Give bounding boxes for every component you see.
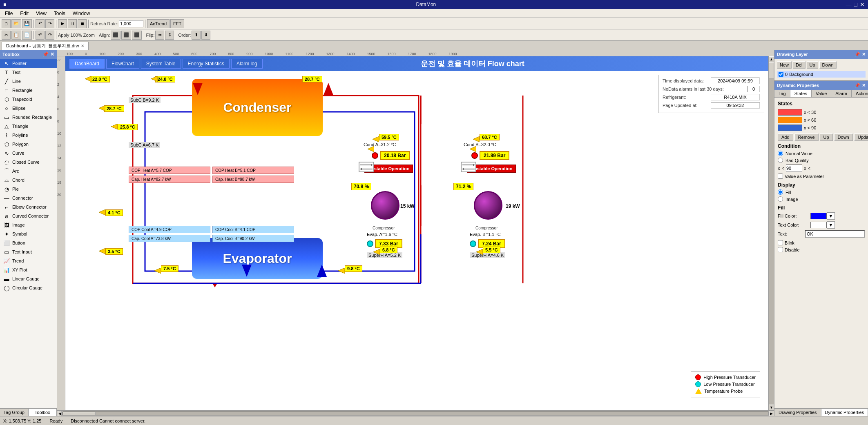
order-front-btn[interactable]: ⬆ [192,31,201,40]
window-controls[interactable]: — □ ✕ [846,1,865,8]
menu-edit[interactable]: Edit [17,10,32,17]
layer-down-btn[interactable]: Down [819,61,837,69]
hscroll-thumb[interactable] [63,412,96,415]
toolbox-item-pie[interactable]: ◔ Pie [0,185,57,194]
condition-value-input[interactable] [786,165,802,172]
close-button[interactable]: ✕ [860,1,865,8]
cut-btn[interactable]: ✂ [2,31,11,40]
dyn-tab-tag[interactable]: Tag [774,90,790,97]
dyn-props-close-btn[interactable]: ✕ [862,83,866,88]
toolbox-item-rectangle[interactable]: □ Rectangle [0,86,57,95]
toolbox-item-curved-connector[interactable]: ⌀ Curved Connector [0,211,57,220]
vscroll-down-btn[interactable]: ▼ [769,405,774,410]
toolbox-pin-btn[interactable]: 📌 [42,51,49,57]
toolbox-item-text-input[interactable]: ▭ Text Input [0,247,57,256]
align-right-btn[interactable]: ⬛ [132,31,142,40]
menu-view[interactable]: View [33,10,50,17]
copy-btn[interactable]: 📋 [11,31,21,40]
toolbox-item-ellipse[interactable]: ○ Ellipse [0,104,57,113]
dyn-tab-value[interactable]: Value [812,90,831,97]
state-add-btn[interactable]: Add [778,134,793,141]
redo2-btn[interactable]: ↷ [45,31,54,40]
toolbox-item-pointer[interactable]: ↖ Pointer [0,59,57,68]
toolbox-item-linear-gauge[interactable]: ▬ Linear Gauge [0,274,57,283]
toolbox-item-closed-curve[interactable]: ◌ Closed Curve [0,158,57,167]
toolbox-item-trapezoid[interactable]: ⬡ Trapezoid [0,95,57,104]
open-btn[interactable]: 📂 [11,19,21,28]
layer-del-btn[interactable]: Del [793,61,806,69]
toolbox-item-button[interactable]: ⬜ Button [0,238,57,247]
flip-h-btn[interactable]: ⇔ [155,31,164,40]
layer-new-btn[interactable]: New [777,61,792,69]
pause-btn[interactable]: ⏸ [68,19,77,28]
state-remove-btn[interactable]: Remove [794,134,819,141]
nav-alarm-log[interactable]: Alarm log [231,59,263,69]
bottom-tab-dynamic-props[interactable]: Dynamic Properties [821,409,868,416]
dyn-tab-states[interactable]: States [790,90,812,97]
disable-checkbox[interactable] [778,247,783,252]
vscroll-up-btn[interactable]: ▲ [769,56,774,62]
align-left-btn[interactable]: ⬛ [111,31,120,40]
state-update-btn[interactable]: Update [854,134,868,141]
hscroll-left-btn[interactable]: ◀ [58,411,62,416]
toolbox-item-xy-plot[interactable]: 📊 XY Plot [0,265,57,274]
dyn-props-pin-btn[interactable]: 📌 [855,83,860,88]
toolbox-item-polyline[interactable]: ⌇ Polyline [0,131,57,140]
undo2-btn[interactable]: ↶ [36,31,45,40]
toolbox-item-symbol[interactable]: ✦ Symbol [0,229,57,238]
blink-checkbox[interactable] [778,240,783,245]
radio-image-input[interactable] [778,196,783,202]
drawing-layer-pin-btn[interactable]: 📌 [855,52,860,57]
minimize-button[interactable]: — [846,1,852,8]
nav-dashboard[interactable]: DashBoard [69,59,105,69]
toolbox-item-circular-gauge[interactable]: ◯ Circular Gauge [0,283,57,292]
radio-bad-quality-input[interactable] [778,158,783,163]
radio-fill-input[interactable] [778,189,783,195]
toolbox-item-chord[interactable]: ⌓ Chord [0,176,57,185]
main-tab[interactable]: Dashboard - 냉동기_플로우자트.drw ✕ [2,42,89,50]
tab-close-btn[interactable]: ✕ [81,44,84,48]
refresh-rate-input[interactable] [119,20,143,27]
toolbox-item-arc[interactable]: ⌒ Arc [0,167,57,176]
fill-color-dropdown-btn[interactable]: ▼ [827,212,835,220]
nav-system-table[interactable]: System Table [141,59,181,69]
dyn-tab-alarm[interactable]: Alarm [831,90,852,97]
actrend-btn[interactable]: AcTrend [147,19,170,28]
maximize-button[interactable]: □ [854,1,857,8]
stop-btn[interactable]: ⏹ [78,19,87,28]
new-btn[interactable]: 🗋 [2,19,11,28]
menu-window[interactable]: Window [69,10,94,17]
toolbox-header-btns[interactable]: 📌 ✕ [42,51,54,57]
toolbox-item-curve[interactable]: ∿ Curve [0,149,57,158]
value-as-param-checkbox[interactable] [778,174,783,179]
toolbox-item-text[interactable]: T Text [0,68,57,77]
toolbox-item-polygon[interactable]: ⬠ Polygon [0,140,57,149]
dyn-props-header-btns[interactable]: 📌 ✕ [855,83,866,88]
save-btn[interactable]: 💾 [22,19,32,28]
toolbox-item-trend[interactable]: 📈 Trend [0,256,57,265]
paste-btn[interactable]: 📄 [22,31,32,40]
toolbox-item-rounded-rect[interactable]: ▭ Rounded Rectangle [0,113,57,122]
drawing-layer-close-btn[interactable]: ✕ [862,52,866,57]
toolbox-item-image[interactable]: 🖼 Image [0,220,57,229]
toolbox-item-line[interactable]: ╱ Line [0,77,57,86]
drawing-layer-header-btns[interactable]: 📌 ✕ [855,52,866,57]
order-back-btn[interactable]: ⬇ [201,31,210,40]
nav-energy-stats[interactable]: Energy Statistics [183,59,230,69]
undo-btn[interactable]: ↶ [36,19,45,28]
text-color-dropdown-btn[interactable]: ▼ [827,221,835,229]
fft-btn[interactable]: FFT [170,19,184,28]
toolbox-item-elbow-connector[interactable]: ⌐ Elbow Connector [0,202,57,211]
toolbox-item-triangle[interactable]: △ Triangle [0,122,57,131]
layer-checkbox-background[interactable] [779,72,783,77]
menu-tools[interactable]: Tools [51,10,69,17]
bottom-tab-drawing-props[interactable]: Drawing Properties [774,409,821,416]
menu-file[interactable]: File [2,10,16,17]
run-btn[interactable]: ▶ [58,19,67,28]
dyn-tab-action[interactable]: Action [852,90,868,97]
nav-flowchart[interactable]: FlowChart [106,59,139,69]
state-down-btn[interactable]: Down [834,134,853,141]
state-up-btn[interactable]: Up [820,134,833,141]
toolbox-tab-tag-group[interactable]: Tag Group [0,409,29,416]
toolbox-item-connector[interactable]: — Connector [0,194,57,202]
